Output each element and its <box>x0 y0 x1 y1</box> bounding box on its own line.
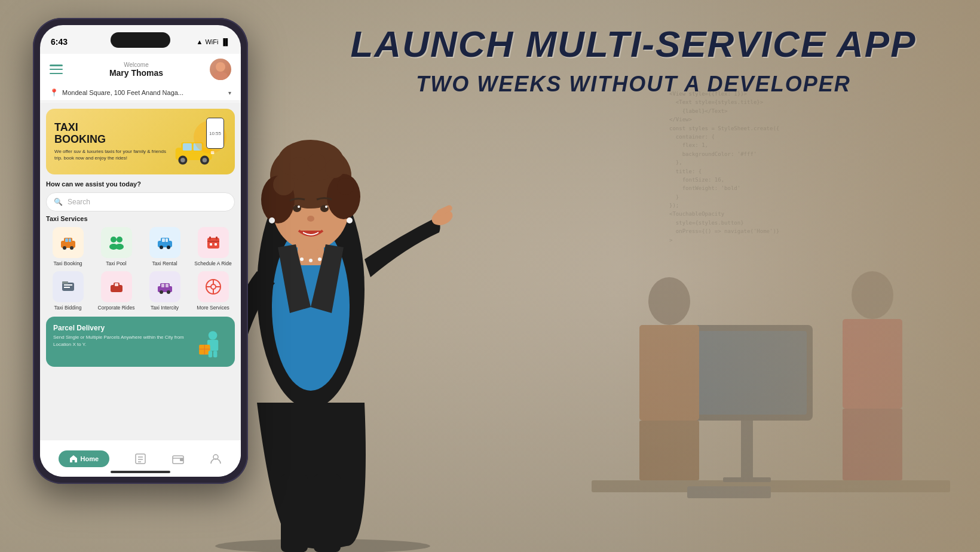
parcel-text: Parcel Delivery Send Single or Multiple … <box>53 324 192 347</box>
banner-description: We offer suv & luxuries taxis for your f… <box>54 148 173 161</box>
services-section: Taxi Services Taxi Booking <box>40 215 241 311</box>
svg-point-89 <box>289 157 308 176</box>
avatar[interactable] <box>210 59 231 80</box>
assist-section: How can we assist you today? 🔍 Search <box>40 174 241 215</box>
location-pin-icon: 📍 <box>50 88 59 97</box>
search-icon: 🔍 <box>54 198 63 206</box>
taxi-banner: TAXI BOOKING We offer suv & luxuries tax… <box>46 109 235 174</box>
search-placeholder-text: Search <box>68 198 90 206</box>
svg-rect-70 <box>213 351 217 357</box>
svg-rect-54 <box>161 284 164 287</box>
taxi-pool-icon-box <box>101 227 132 258</box>
banner-title: TAXI BOOKING <box>54 122 173 146</box>
svg-rect-42 <box>207 241 219 242</box>
service-label-schedule-ride: Schedule A Ride <box>194 260 231 266</box>
svg-point-94 <box>320 205 329 212</box>
svg-rect-51 <box>115 283 118 286</box>
service-item-taxi-booking[interactable]: Taxi Booking <box>46 227 90 266</box>
svg-rect-55 <box>166 284 169 287</box>
services-grid: Taxi Booking Taxi Pool Tax <box>46 227 235 311</box>
phone-container: 6:43 ▲ WiFi ▐▌ Welcome Mary Thomas <box>33 18 248 484</box>
schedule-ride-icon-box <box>198 227 229 258</box>
svg-point-88 <box>273 174 295 195</box>
user-name: Mary Thomas <box>109 68 163 78</box>
service-label-taxi-pool: Taxi Pool <box>106 260 127 266</box>
location-address: Mondeal Square, 100 Feet Anand Naga... <box>62 89 225 96</box>
service-label-taxi-rental: Taxi Rental <box>152 260 177 266</box>
service-label-taxi-bidding: Taxi Bidding <box>54 305 82 311</box>
service-item-taxi-bidding[interactable]: Taxi Bidding <box>46 271 90 311</box>
location-chevron-icon: ▾ <box>228 90 231 96</box>
svg-rect-107 <box>281 474 308 552</box>
svg-point-38 <box>167 246 170 249</box>
service-item-taxi-intercity[interactable]: Taxi Intercity <box>143 271 186 311</box>
more-services-icon-box <box>198 271 229 302</box>
svg-point-19 <box>180 158 185 162</box>
svg-point-103 <box>318 257 321 261</box>
nav-profile-button[interactable] <box>209 452 222 465</box>
svg-point-57 <box>167 290 170 294</box>
banner-car-area: 10:55 <box>173 118 226 165</box>
svg-rect-39 <box>207 238 219 249</box>
corporate-rides-icon-box <box>101 271 132 302</box>
svg-point-28 <box>70 246 74 250</box>
service-item-more-services[interactable]: More Services <box>191 271 235 311</box>
svg-point-30 <box>117 237 122 243</box>
svg-point-102 <box>309 259 313 262</box>
status-time: 6:43 <box>51 37 68 47</box>
assist-title: How can we assist you today? <box>46 180 235 188</box>
location-bar[interactable]: 📍 Mondeal Square, 100 Feet Anand Naga...… <box>40 85 241 101</box>
svg-point-32 <box>115 244 124 250</box>
app-header: Welcome Mary Thomas <box>40 54 241 85</box>
hamburger-menu-icon[interactable] <box>50 65 63 74</box>
nav-bookings-button[interactable] <box>134 452 147 465</box>
phone-shell: 6:43 ▲ WiFi ▐▌ Welcome Mary Thomas <box>33 18 248 484</box>
nav-wallet-button[interactable] <box>172 452 185 465</box>
home-indicator <box>111 471 170 473</box>
svg-point-64 <box>208 331 217 340</box>
svg-point-96 <box>325 206 327 208</box>
svg-point-90 <box>308 154 326 171</box>
svg-point-12 <box>216 62 225 72</box>
svg-point-101 <box>300 257 304 261</box>
wifi-icon: WiFi <box>205 38 218 45</box>
taxi-booking-icon-box <box>53 227 84 258</box>
svg-point-99 <box>347 217 353 223</box>
svg-point-13 <box>213 72 228 80</box>
service-item-taxi-pool[interactable]: Taxi Pool <box>94 227 138 266</box>
svg-rect-69 <box>208 351 212 357</box>
svg-point-27 <box>63 246 66 250</box>
service-label-corporate-rides: Corporate Rides <box>98 305 135 311</box>
service-item-taxi-rental[interactable]: Taxi Rental <box>143 227 186 266</box>
taxi-bidding-icon-box <box>53 271 84 302</box>
svg-rect-48 <box>62 281 68 284</box>
service-item-schedule-ride[interactable]: Schedule A Ride <box>191 227 235 266</box>
welcome-text: Welcome <box>109 62 163 68</box>
svg-rect-26 <box>69 238 71 242</box>
svg-point-29 <box>111 237 117 243</box>
svg-rect-35 <box>162 238 165 242</box>
nav-home-button[interactable]: Home <box>59 450 110 467</box>
svg-rect-43 <box>210 243 212 246</box>
dynamic-island <box>111 32 170 48</box>
svg-rect-41 <box>216 237 218 240</box>
taxi-rental-icon-box <box>149 227 180 258</box>
service-item-corporate-rides[interactable]: Corporate Rides <box>94 271 138 311</box>
parcel-icon-area <box>192 324 228 360</box>
parcel-title: Parcel Delivery <box>53 324 192 332</box>
parcel-banner: Parcel Delivery Send Single or Multiple … <box>46 317 235 367</box>
svg-point-37 <box>160 246 163 249</box>
svg-rect-36 <box>166 238 168 242</box>
parcel-description: Send Single or Multiple Parcels Anywhere… <box>53 334 192 347</box>
taxi-intercity-icon-box <box>149 271 180 302</box>
services-section-title: Taxi Services <box>46 215 235 222</box>
svg-rect-46 <box>64 284 72 286</box>
svg-point-59 <box>211 284 216 289</box>
svg-rect-25 <box>65 238 68 242</box>
phone-screen: 6:43 ▲ WiFi ▐▌ Welcome Mary Thomas <box>40 25 241 477</box>
battery-icon: ▐▌ <box>220 38 230 45</box>
svg-point-98 <box>269 217 275 223</box>
search-bar[interactable]: 🔍 Search <box>46 192 235 211</box>
svg-point-95 <box>298 206 300 208</box>
svg-rect-108 <box>314 474 341 552</box>
